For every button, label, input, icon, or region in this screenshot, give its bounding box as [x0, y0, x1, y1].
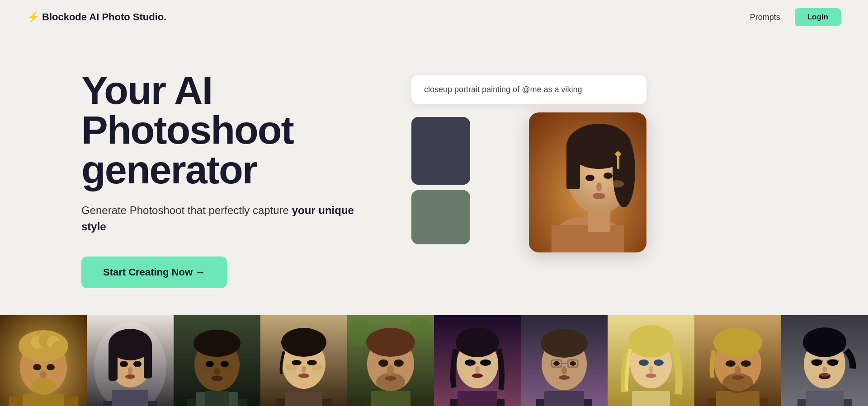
gallery-item-3	[174, 315, 260, 406]
svg-rect-18	[566, 144, 580, 189]
svg-point-153	[820, 373, 830, 377]
svg-rect-0	[411, 117, 470, 185]
svg-rect-4	[459, 135, 468, 153]
hero-title: Your AI Photoshoot generator	[81, 70, 375, 190]
svg-point-68	[211, 376, 223, 381]
svg-rect-3	[452, 142, 458, 153]
svg-point-39	[52, 341, 66, 355]
gallery-strip	[0, 315, 868, 406]
prompt-display: closeup portrait painting of @me as a vi…	[411, 75, 646, 104]
svg-point-137	[726, 360, 736, 367]
gallery-item-2	[87, 315, 174, 406]
svg-point-95	[385, 376, 396, 381]
svg-point-54	[120, 361, 128, 367]
nav-prompts[interactable]: Prompts	[750, 13, 780, 22]
svg-rect-1	[411, 117, 470, 153]
svg-point-140	[732, 375, 744, 380]
svg-point-8	[429, 126, 444, 137]
nav-right: Prompts Login	[750, 8, 841, 26]
input-photo-2	[411, 190, 470, 244]
svg-rect-6	[426, 151, 446, 185]
svg-point-44	[31, 378, 56, 395]
svg-rect-123	[632, 391, 670, 406]
brand-logo[interactable]: ⚡ Blockode AI Photo Studio.	[27, 11, 166, 23]
login-button[interactable]: Login	[795, 8, 841, 26]
svg-point-80	[298, 373, 309, 378]
demo-photos	[411, 117, 674, 261]
brand-name: Blockode AI Photo Studio.	[42, 11, 166, 23]
svg-point-41	[47, 364, 55, 370]
svg-point-92	[394, 359, 404, 367]
output-photo	[529, 112, 646, 252]
gallery-item-5	[347, 315, 434, 406]
svg-rect-27	[588, 210, 610, 232]
svg-point-70	[223, 366, 234, 373]
svg-point-93	[376, 373, 405, 391]
svg-point-90	[366, 328, 415, 357]
svg-point-129	[646, 373, 656, 378]
svg-point-94	[387, 365, 394, 375]
svg-point-112	[541, 329, 588, 358]
svg-point-151	[822, 366, 827, 373]
svg-point-118	[561, 366, 567, 374]
output-photo-area	[479, 117, 633, 261]
svg-point-138	[741, 360, 751, 367]
gallery-item-9	[694, 315, 781, 406]
svg-point-7	[429, 131, 443, 147]
svg-point-40	[33, 364, 41, 370]
svg-point-56	[128, 367, 132, 374]
svg-point-76	[281, 328, 326, 357]
gallery-item-1	[0, 315, 87, 406]
svg-rect-49	[112, 390, 148, 406]
bolt-icon: ⚡	[27, 11, 39, 23]
svg-point-69	[200, 366, 211, 373]
svg-rect-144	[806, 391, 844, 406]
svg-rect-110	[544, 391, 584, 406]
svg-point-116	[553, 361, 560, 366]
svg-rect-9	[411, 190, 470, 244]
svg-point-125	[628, 325, 674, 358]
svg-point-22	[596, 182, 602, 191]
svg-rect-11	[429, 223, 453, 244]
svg-point-150	[826, 359, 839, 364]
svg-point-12	[429, 195, 452, 208]
svg-point-128	[649, 366, 653, 373]
svg-point-10	[429, 197, 453, 224]
svg-point-57	[125, 374, 135, 379]
svg-point-117	[570, 361, 576, 366]
svg-rect-2	[443, 137, 450, 153]
svg-point-105	[475, 366, 480, 373]
hero-section: Your AI Photoshoot generator Generate Ph…	[0, 34, 868, 306]
svg-point-149	[811, 359, 823, 364]
svg-point-55	[133, 361, 142, 367]
input-photos	[411, 117, 470, 244]
svg-point-5	[426, 129, 446, 152]
gallery-item-8	[608, 315, 694, 406]
svg-point-23	[593, 193, 605, 199]
svg-rect-53	[144, 345, 152, 378]
svg-rect-133	[716, 391, 760, 406]
svg-point-81	[285, 364, 297, 370]
svg-point-127	[654, 359, 664, 366]
input-photo-1	[411, 117, 470, 185]
svg-rect-62	[205, 391, 229, 406]
gallery-item-6	[434, 315, 521, 406]
svg-point-146	[803, 327, 846, 357]
svg-point-106	[472, 373, 483, 378]
svg-point-64	[193, 330, 241, 357]
svg-point-104	[480, 359, 491, 366]
cta-button[interactable]: Start Creating Now →	[81, 257, 227, 288]
svg-point-126	[639, 359, 649, 366]
svg-point-79	[302, 366, 306, 373]
svg-point-20	[585, 175, 594, 181]
gallery-item-10	[781, 315, 868, 406]
svg-point-19	[613, 135, 635, 207]
svg-point-119	[559, 375, 570, 380]
svg-rect-100	[458, 391, 497, 406]
hero-subtitle: Generate Photoshoot that perfectly captu…	[81, 202, 375, 235]
svg-point-25	[615, 151, 621, 157]
svg-point-91	[378, 359, 388, 367]
svg-point-42	[40, 371, 47, 379]
svg-point-82	[311, 364, 323, 370]
svg-point-26	[610, 180, 624, 187]
